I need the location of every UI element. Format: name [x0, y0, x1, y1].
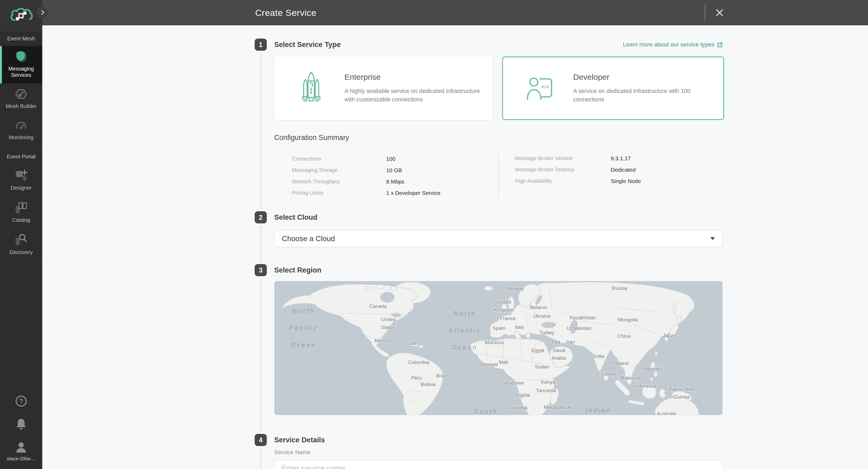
- config-value: 1 x Developer Service: [386, 190, 440, 196]
- card-description: A service on dedicated infrastructure wi…: [573, 87, 711, 104]
- map-country-label: Turkey: [539, 329, 554, 337]
- map-ocean-label: Indian Ocean: [585, 402, 612, 415]
- card-title: Enterprise: [344, 73, 482, 82]
- solace-logo: [0, 0, 42, 31]
- map-country-label: Thailand: [610, 359, 629, 367]
- step-1-badge: 1: [255, 38, 267, 51]
- map-country-label: Angola: [514, 391, 530, 399]
- step-2-title: Select Cloud: [274, 211, 317, 223]
- close-icon: [715, 8, 724, 17]
- map-country-label: Cameroon: [501, 379, 524, 386]
- region-map[interactable]: CanadaUnited StatesMexicoCubaColombiaPer…: [274, 281, 723, 415]
- map-country-label: Saudi Arabia: [552, 346, 566, 362]
- sidebar-item-messaging-services[interactable]: Messaging Services: [0, 46, 42, 84]
- sidebar: Event Mesh Messaging Services Mesh Build…: [0, 0, 42, 469]
- map-country-label: Malaysia: [620, 374, 640, 382]
- sidebar-item-designer[interactable]: Designer: [0, 164, 42, 196]
- map-country-label: Cuba: [404, 339, 416, 347]
- service-type-card-enterprise[interactable]: Enterprise A highly available service on…: [274, 57, 493, 120]
- map-country-label: Papua New Guinea: [669, 385, 695, 401]
- step-rail: [260, 448, 261, 469]
- header-divider: [705, 4, 705, 21]
- map-country-label: Spain: [492, 324, 505, 332]
- config-row: Pricing Limits 1 x Developer Service: [292, 187, 440, 198]
- map-country-label: United Kingdom: [494, 298, 514, 314]
- sidebar-divider: [0, 262, 42, 262]
- config-value: 100: [386, 156, 396, 162]
- cloud-select-dropdown[interactable]: Choose a Cloud: [274, 230, 723, 247]
- config-row: Message Broker Version 9.3.1.17: [515, 153, 641, 164]
- config-label: High Availability: [515, 178, 611, 184]
- sidebar-bottom: ? slace-l26w…: [0, 395, 42, 469]
- map-country-label: Kazakhstan: [569, 314, 596, 321]
- map-country-label: Peru: [411, 374, 422, 382]
- user-name: slace-l26w…: [7, 456, 36, 462]
- config-summary-divider: [498, 154, 499, 198]
- chevron-right-icon: [39, 9, 46, 16]
- cloud-logo-icon: [9, 7, 33, 24]
- service-type-card-developer[interactable]: </> Developer A service on dedicated inf…: [502, 57, 724, 120]
- sidebar-expand-button[interactable]: [36, 6, 48, 18]
- config-summary-right: Message Broker Version 9.3.1.17 Message …: [515, 153, 641, 187]
- map-country-label: Iran: [566, 338, 575, 346]
- service-name-input[interactable]: [274, 460, 723, 469]
- map-country-label: India: [593, 352, 604, 360]
- map-country-label: Uzbekistan: [567, 324, 591, 332]
- step-4-badge: 4: [255, 434, 267, 446]
- config-row: High Availability Single Node: [515, 175, 641, 187]
- map-country-label: Belarus: [530, 304, 547, 311]
- config-label: Message Broker Tenancy: [515, 167, 611, 173]
- map-country-label: Iraq: [552, 338, 560, 346]
- map-country-label: Madagascar: [544, 403, 571, 411]
- external-link-icon: [717, 42, 723, 48]
- config-value: Dedicated: [611, 167, 636, 173]
- step-rail: [260, 225, 261, 262]
- step-3-title: Select Region: [274, 264, 321, 276]
- help-icon[interactable]: ?: [15, 395, 27, 407]
- config-value: Single Node: [611, 178, 641, 184]
- sidebar-item-discovery[interactable]: Discovery: [0, 228, 42, 261]
- learn-more-text: Learn more about our service types: [623, 41, 714, 48]
- config-value: 9.3.1.17: [611, 155, 631, 162]
- map-country-label: Colombia: [408, 358, 429, 366]
- map-country-label: Kenya: [541, 378, 555, 386]
- sidebar-divider: [0, 147, 42, 148]
- config-row: Network Throughput 8 Mbps: [292, 176, 440, 187]
- config-summary-left: Connections 100 Messaging Storage 10 GB …: [292, 153, 440, 198]
- sidebar-item-monitoring[interactable]: Monitoring: [0, 115, 42, 146]
- map-country-label: France: [500, 314, 516, 322]
- card-title: Developer: [573, 73, 711, 82]
- svg-text:?: ?: [19, 398, 23, 405]
- sidebar-item-catalog[interactable]: Catalog: [0, 196, 42, 228]
- close-button[interactable]: [712, 5, 727, 20]
- map-country-label: Brazil: [436, 372, 449, 380]
- sidebar-section-event-mesh: Event Mesh: [0, 31, 42, 46]
- map-country-label: Morocco: [485, 339, 504, 346]
- map-country-label: Japan: [663, 332, 677, 340]
- discovery-search-icon: [14, 233, 28, 246]
- map-country-label: Italy: [515, 323, 524, 331]
- step-4-title: Service Details: [274, 434, 325, 446]
- mesh-hexagon-icon: [15, 88, 28, 100]
- config-label: Pricing Limits: [292, 190, 386, 196]
- card-description: A highly available service on dedicated …: [344, 87, 482, 104]
- map-country-label: Australia: [657, 410, 676, 415]
- user-menu[interactable]: slace-l26w…: [7, 441, 36, 462]
- learn-more-link[interactable]: Learn more about our service types: [623, 38, 723, 51]
- config-row: Message Broker Tenancy Dedicated: [515, 164, 641, 175]
- map-ocean-label: North Atlantic Ocean: [448, 305, 481, 356]
- config-label: Network Throughput: [292, 179, 386, 185]
- config-label: Message Broker Version: [515, 155, 611, 161]
- avatar-icon: [15, 441, 27, 453]
- cloud-select-value: Choose a Cloud: [282, 234, 335, 243]
- shield-icon: [15, 50, 28, 63]
- modal-header: Create Service: [42, 0, 868, 25]
- step-2-badge: 2: [255, 211, 267, 223]
- create-service-screen: Event Mesh Messaging Services Mesh Build…: [0, 0, 868, 469]
- sidebar-item-mesh-builder[interactable]: Mesh Builder: [0, 84, 42, 115]
- notifications-bell-icon[interactable]: [16, 418, 27, 430]
- step-1-title: Select Service Type: [274, 38, 341, 51]
- sidebar-section-event-portal: Event Portal: [0, 149, 42, 164]
- step-rail: [260, 53, 261, 209]
- map-country-label: Mexico: [375, 337, 391, 344]
